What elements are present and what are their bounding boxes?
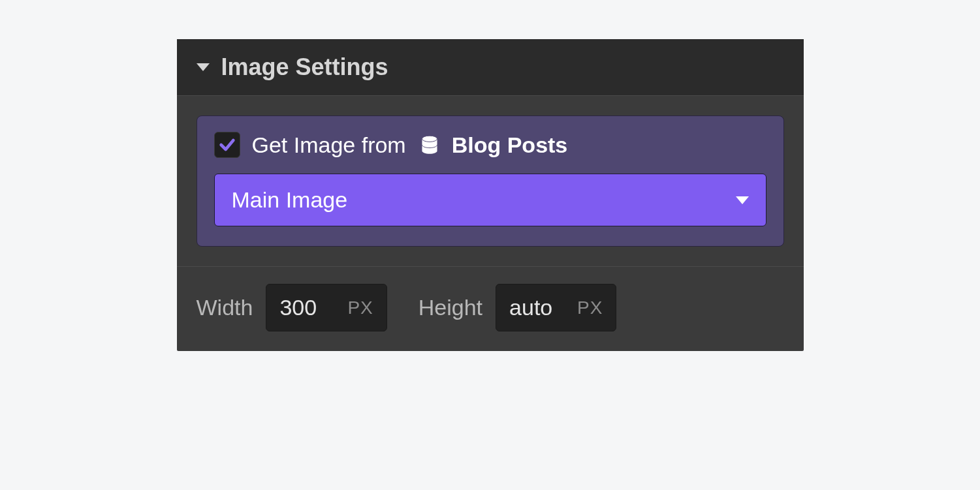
- binding-settings-box: Get Image from Blog Posts Main Image: [197, 115, 784, 247]
- height-input-wrap: PX: [496, 284, 616, 331]
- height-unit-button[interactable]: PX: [577, 298, 603, 318]
- width-label: Width: [197, 295, 253, 320]
- height-label: Height: [419, 295, 482, 320]
- binding-field-selected: Main Image: [232, 187, 348, 213]
- get-image-from-label: Get Image from: [252, 132, 406, 158]
- panel-body: Get Image from Blog Posts Main Image: [177, 96, 804, 266]
- height-input[interactable]: [509, 295, 568, 320]
- image-settings-panel: Image Settings Get Image from: [177, 39, 804, 351]
- chevron-down-icon: [736, 196, 749, 204]
- binding-toggle-row: Get Image from Blog Posts: [214, 132, 767, 158]
- get-image-from-checkbox[interactable]: [214, 132, 240, 158]
- width-unit-button[interactable]: PX: [347, 298, 373, 318]
- binding-field-dropdown[interactable]: Main Image: [214, 174, 767, 226]
- collapse-triangle-icon: [197, 63, 210, 71]
- checkmark-icon: [218, 136, 236, 154]
- database-icon: [420, 135, 439, 155]
- width-input[interactable]: [279, 295, 338, 320]
- binding-source-name: Blog Posts: [452, 132, 568, 158]
- panel-title: Image Settings: [221, 54, 388, 81]
- width-input-wrap: PX: [266, 284, 387, 331]
- dimensions-row: Width PX Height PX: [177, 266, 804, 351]
- panel-header[interactable]: Image Settings: [177, 39, 804, 96]
